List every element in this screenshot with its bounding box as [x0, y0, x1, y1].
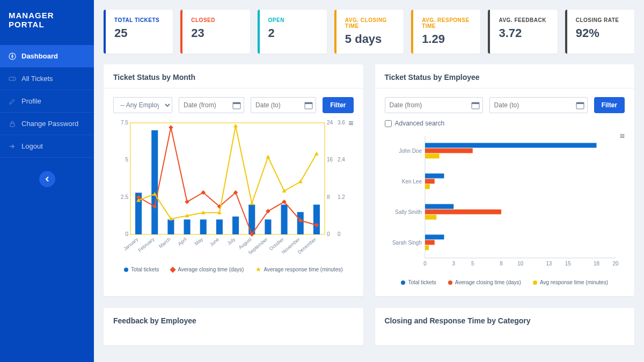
ticket-icon	[9, 75, 16, 83]
stat-label: TOTAL TICKETS	[114, 17, 165, 23]
nav-item-dashboard[interactable]: Dashboard	[0, 45, 94, 68]
nav-label: All Tickets	[21, 75, 53, 83]
brand-title: MANAGER PORTAL	[0, 0, 94, 40]
date-from-input[interactable]	[385, 97, 483, 113]
date-to-input[interactable]	[251, 97, 316, 113]
svg-text:Sally Smith: Sally Smith	[394, 209, 421, 215]
svg-rect-27	[232, 217, 239, 234]
svg-rect-98	[425, 240, 435, 245]
card-ticket-status-employee: Ticket Status by Employee Filter Advance…	[375, 64, 635, 296]
stat-label: AVG. FEEDBACK	[499, 17, 550, 23]
nav-item-all-tickets[interactable]: All Tickets	[0, 68, 94, 90]
stat-card: OPEN2	[258, 10, 327, 54]
nav-item-profile[interactable]: Profile	[0, 90, 94, 113]
svg-text:3.6: 3.6	[338, 120, 345, 125]
svg-text:John Doe: John Doe	[399, 148, 422, 154]
svg-text:August: August	[238, 237, 253, 250]
svg-text:5: 5	[471, 261, 474, 267]
date-to-input[interactable]	[489, 97, 588, 113]
sidebar-collapse-button[interactable]	[39, 171, 55, 187]
svg-rect-29	[265, 219, 271, 234]
svg-text:20: 20	[612, 261, 619, 267]
legend-item: Average closing time (days)	[171, 267, 244, 272]
stat-card: AVG. RESPONSE TIME1.29	[411, 10, 480, 54]
svg-text:10: 10	[517, 261, 523, 267]
card-feedback-employee: Feedback by Employee	[104, 308, 363, 345]
svg-text:7.5: 7.5	[121, 120, 128, 125]
advanced-search-toggle[interactable]: Advanced search	[385, 120, 625, 127]
legend-item: Average response time (minutes)	[255, 267, 342, 272]
stat-label: CLOSING RATE	[576, 17, 627, 23]
svg-rect-36	[185, 200, 189, 204]
svg-rect-97	[425, 235, 444, 240]
svg-rect-85	[425, 143, 597, 148]
svg-text:16: 16	[327, 157, 333, 162]
date-from-input[interactable]	[179, 97, 244, 113]
chevron-left-icon	[45, 176, 50, 182]
svg-rect-90	[425, 179, 435, 184]
svg-marker-56	[314, 152, 319, 156]
svg-rect-24	[184, 219, 191, 234]
stat-card: TOTAL TICKETS25	[104, 10, 173, 54]
stat-value: 92%	[576, 26, 627, 40]
svg-text:May: May	[194, 237, 204, 247]
svg-text:8: 8	[327, 194, 330, 200]
employee-select[interactable]: -- Any Employee	[113, 97, 172, 113]
stat-card: AVG. FEEDBACK3.72	[488, 10, 557, 54]
svg-rect-22	[151, 130, 158, 234]
chart-month: ≡ 02.557.508162401.22.43.6JanuaryFebruar…	[113, 120, 354, 261]
svg-text:13: 13	[546, 261, 552, 267]
svg-text:0: 0	[423, 261, 427, 267]
svg-rect-25	[200, 219, 207, 234]
stat-value: 3.72	[499, 26, 550, 40]
advanced-search-checkbox[interactable]	[385, 120, 392, 127]
svg-rect-89	[425, 174, 444, 179]
nav-item-logout[interactable]: Logout	[0, 135, 94, 158]
svg-text:8: 8	[500, 261, 503, 267]
stat-card: CLOSING RATE92%	[565, 10, 634, 54]
filter-button[interactable]: Filter	[323, 97, 353, 113]
stat-value: 5 days	[345, 32, 396, 46]
svg-marker-52	[250, 201, 254, 205]
chart-menu-icon[interactable]: ≡	[620, 134, 625, 139]
svg-rect-99	[425, 246, 429, 250]
nav-label: Change Password	[21, 120, 78, 128]
svg-rect-87	[425, 154, 440, 159]
card-ticket-status-month: Ticket Status by Month -- Any Employee F…	[104, 64, 363, 296]
svg-text:5: 5	[125, 157, 128, 162]
svg-text:1.2: 1.2	[338, 194, 345, 200]
arrow-right-icon	[9, 143, 16, 150]
chart-menu-icon[interactable]: ≡	[348, 121, 353, 126]
svg-text:0: 0	[327, 231, 330, 237]
card-closing-response-category: Closing and Response Time by Category	[375, 308, 635, 345]
svg-rect-32	[313, 205, 320, 234]
svg-rect-31	[297, 212, 304, 234]
svg-rect-91	[425, 184, 430, 189]
svg-text:0: 0	[125, 231, 128, 237]
svg-marker-51	[233, 124, 238, 128]
card-title: Ticket Status by Employee	[375, 64, 635, 88]
svg-marker-53	[266, 155, 270, 159]
svg-text:2.4: 2.4	[338, 157, 345, 162]
svg-text:March: March	[158, 237, 172, 249]
filter-button[interactable]: Filter	[594, 97, 625, 113]
chart-month-svg: 02.557.508162401.22.43.6JanuaryFebruaryM…	[113, 120, 349, 259]
legend-item: Total tickets	[401, 279, 436, 285]
stat-value: 23	[191, 26, 242, 40]
svg-text:18: 18	[593, 261, 599, 267]
chart-employee-svg: 03581013151820John DoeKen LeeSally Smith…	[385, 132, 621, 272]
svg-text:April: April	[177, 237, 188, 247]
nav-item-change-password[interactable]: Change Password	[0, 113, 94, 135]
svg-text:June: June	[209, 237, 220, 247]
legend-item: Average closing time (days)	[448, 279, 521, 285]
stat-value: 1.29	[422, 32, 473, 46]
svg-text:February: February	[137, 237, 156, 253]
svg-rect-86	[425, 149, 473, 153]
svg-text:3: 3	[452, 261, 455, 267]
svg-rect-35	[169, 125, 173, 129]
nav-label: Logout	[21, 142, 43, 150]
card-title: Ticket Status by Month	[104, 64, 363, 88]
svg-text:Sarah Singh: Sarah Singh	[392, 240, 421, 246]
stat-value: 25	[114, 26, 165, 40]
stat-card: CLOSED23	[180, 10, 250, 54]
